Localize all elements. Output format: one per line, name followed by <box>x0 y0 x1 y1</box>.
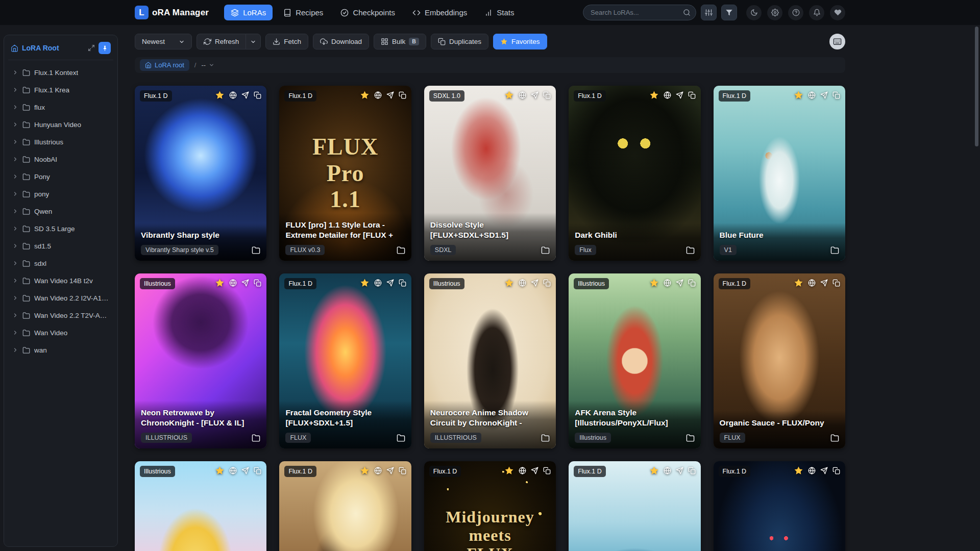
open-folder-icon[interactable] <box>541 434 550 442</box>
favorite-star-icon[interactable] <box>794 466 803 475</box>
open-folder-icon[interactable] <box>541 246 550 255</box>
send-icon[interactable] <box>241 467 249 474</box>
globe-icon[interactable] <box>808 279 816 287</box>
lora-card[interactable]: Flux.1 D <box>714 461 845 551</box>
bulk-button[interactable]: Bulk B <box>374 34 426 49</box>
page-scrollbar[interactable] <box>975 27 978 146</box>
open-folder-icon[interactable] <box>397 434 405 442</box>
version-pill[interactable]: Vibrantly Sharp style v.5 <box>141 245 218 255</box>
duplicates-button[interactable]: Duplicates <box>431 34 488 49</box>
breadcrumb-root[interactable]: LoRA root <box>140 59 189 71</box>
lora-card[interactable]: Illustrious Neurocore Anime Shadow Circu… <box>424 273 556 448</box>
favorite-star-icon[interactable] <box>794 278 803 288</box>
globe-icon[interactable] <box>374 279 382 287</box>
refresh-button[interactable]: Refresh <box>197 34 246 49</box>
send-icon[interactable] <box>820 467 828 474</box>
sidebar-folder-item[interactable]: sdxl <box>8 255 113 272</box>
copy-icon[interactable] <box>832 279 840 287</box>
sidebar-folder-item[interactable]: Wan Video 2.2 T2V-A14B <box>8 307 113 324</box>
keyboard-shortcuts-button[interactable] <box>829 34 845 49</box>
version-pill[interactable]: ILLUSTRIOUS <box>141 433 192 443</box>
copy-icon[interactable] <box>254 467 261 474</box>
favorites-nav-button[interactable] <box>830 5 845 20</box>
copy-icon[interactable] <box>688 91 696 99</box>
settings-button[interactable] <box>767 5 782 20</box>
lora-card[interactable]: Flux.1 D <box>569 461 700 551</box>
favorite-star-icon[interactable] <box>649 466 659 475</box>
open-folder-icon[interactable] <box>686 434 695 442</box>
send-icon[interactable] <box>820 91 828 99</box>
lora-card[interactable]: Flux.1 D <box>279 461 411 551</box>
favorite-star-icon[interactable] <box>360 466 370 475</box>
lora-card[interactable]: Flux.1 D Vibrantly Sharp style Vibrantly… <box>135 86 266 261</box>
sidebar-folder-item[interactable]: Wan Video 2.2 I2V-A14B <box>8 289 113 307</box>
send-icon[interactable] <box>676 467 683 474</box>
lora-card[interactable]: Flux.1 D Organic Sauce - FLUX/Pony FLUX <box>714 273 845 448</box>
expand-all-icon[interactable] <box>88 44 95 52</box>
favorite-star-icon[interactable] <box>504 278 514 288</box>
version-pill[interactable]: Flux <box>575 245 596 255</box>
nav-tab-stats[interactable]: Stats <box>478 5 521 20</box>
globe-icon[interactable] <box>229 91 237 99</box>
sidebar-folder-item[interactable]: wan <box>8 341 113 359</box>
fetch-button[interactable]: Fetch <box>265 34 308 49</box>
sidebar-folder-item[interactable]: flux <box>8 98 113 116</box>
copy-icon[interactable] <box>688 279 696 287</box>
copy-icon[interactable] <box>254 91 261 99</box>
lora-card[interactable]: SDXL 1.0 Dissolve Style [FLUX+SDXL+SD1.5… <box>424 86 556 261</box>
send-icon[interactable] <box>386 279 394 287</box>
nav-tab-loras[interactable]: LoRAs <box>224 5 273 20</box>
globe-icon[interactable] <box>519 91 526 99</box>
copy-icon[interactable] <box>399 467 406 474</box>
favorite-star-icon[interactable] <box>215 278 225 288</box>
notifications-button[interactable] <box>809 5 824 20</box>
copy-icon[interactable] <box>688 467 696 474</box>
lora-card[interactable]: FLUXPro1.1 Flux.1 D FLUX [pro] 1.1 Style… <box>279 86 411 261</box>
sidebar-folder-item[interactable]: sd1.5 <box>8 237 113 255</box>
copy-icon[interactable] <box>832 91 840 99</box>
copy-icon[interactable] <box>399 279 406 287</box>
sidebar-root-label[interactable]: LoRA Root <box>22 44 84 52</box>
version-pill[interactable]: FLUX v0.3 <box>285 245 325 255</box>
send-icon[interactable] <box>820 279 828 287</box>
lora-card[interactable]: Flux.1 D Fractal Geometry Style [FLUX+SD… <box>279 273 411 448</box>
globe-icon[interactable] <box>664 279 671 287</box>
send-icon[interactable] <box>241 279 249 287</box>
open-folder-icon[interactable] <box>252 434 260 442</box>
copy-icon[interactable] <box>543 279 551 287</box>
globe-icon[interactable] <box>374 91 382 99</box>
lora-card[interactable]: Flux.1 D Dark Ghibli Flux <box>569 86 700 261</box>
version-pill[interactable]: FLUX <box>285 433 311 443</box>
send-icon[interactable] <box>241 91 249 99</box>
copy-icon[interactable] <box>832 467 840 474</box>
sidebar-folder-item[interactable]: Wan Video 14B t2v <box>8 272 113 289</box>
sort-dropdown[interactable]: Newest <box>135 34 192 49</box>
globe-icon[interactable] <box>519 467 526 474</box>
sidebar-folder-item[interactable]: NoobAI <box>8 151 113 168</box>
search-input[interactable] <box>583 5 696 20</box>
version-pill[interactable]: SDXL <box>430 245 456 255</box>
sidebar-folder-item[interactable]: Pony <box>8 168 113 185</box>
globe-icon[interactable] <box>519 279 526 287</box>
globe-icon[interactable] <box>664 467 671 474</box>
copy-icon[interactable] <box>254 279 261 287</box>
nav-tab-checkpoints[interactable]: Checkpoints <box>334 5 402 20</box>
send-icon[interactable] <box>676 279 683 287</box>
favorite-star-icon[interactable] <box>649 278 659 288</box>
favorite-star-icon[interactable] <box>649 90 659 100</box>
lora-card[interactable]: Flux.1 D Blue Future V1 <box>714 86 845 261</box>
open-folder-icon[interactable] <box>830 434 839 442</box>
send-icon[interactable] <box>531 467 538 474</box>
favorite-star-icon[interactable] <box>360 278 370 288</box>
refresh-options-button[interactable] <box>246 34 261 49</box>
theme-toggle-button[interactable] <box>746 5 762 20</box>
sidebar-folder-item[interactable]: pony <box>8 185 113 203</box>
lora-card[interactable]: MidjourneymeetsFLUX Flux.1 D <box>424 461 556 551</box>
send-icon[interactable] <box>386 91 394 99</box>
globe-icon[interactable] <box>808 91 816 99</box>
sidebar-folder-item[interactable]: Flux.1 Krea <box>8 81 113 98</box>
send-icon[interactable] <box>676 91 683 99</box>
lora-card[interactable]: Illustrious <box>135 461 266 551</box>
globe-icon[interactable] <box>374 467 382 474</box>
favorite-star-icon[interactable] <box>360 90 370 100</box>
